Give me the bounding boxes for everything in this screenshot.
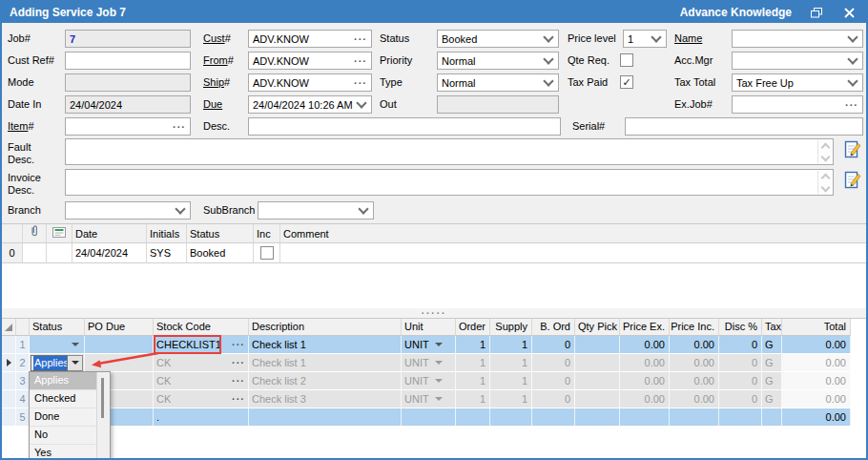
price-inc-cell[interactable]: 0.00 xyxy=(670,336,719,354)
chevron-down-icon[interactable] xyxy=(847,53,858,64)
cust-lookup-button[interactable]: ··· xyxy=(350,33,367,45)
dropdown-option-checked[interactable]: Checked xyxy=(30,390,97,408)
name-combo[interactable] xyxy=(732,30,863,48)
status-cell[interactable] xyxy=(30,336,85,354)
price-inc-cell[interactable]: 0.00 xyxy=(670,354,719,372)
price-ex-cell[interactable]: 0.00 xyxy=(620,354,670,372)
date-cell[interactable]: 24/04/2024 xyxy=(72,243,147,263)
description-cell[interactable] xyxy=(249,408,402,427)
price-inc-cell[interactable]: 0.00 xyxy=(670,390,719,408)
column-header-date[interactable]: Date xyxy=(72,224,147,243)
price-ex-cell[interactable]: 0.00 xyxy=(620,372,670,390)
b-ord-cell[interactable]: 0 xyxy=(532,336,575,354)
order-cell[interactable]: 1 xyxy=(456,372,490,390)
b-ord-cell[interactable]: 0 xyxy=(532,354,575,372)
column-header-price-inc[interactable]: Price Inc. xyxy=(670,319,719,336)
chevron-down-icon[interactable] xyxy=(543,31,553,42)
from-lookup-button[interactable]: ··· xyxy=(350,55,367,67)
date-in-field[interactable]: 24/04/2024 xyxy=(65,95,191,114)
scrollbar-thumb[interactable] xyxy=(101,378,104,418)
total-cell[interactable]: 0.00 xyxy=(782,336,851,354)
unit-cell[interactable] xyxy=(402,408,456,427)
dropdown-arrow-icon[interactable] xyxy=(435,379,443,383)
status-cell-editing[interactable]: Applies xyxy=(30,354,85,372)
order-cell[interactable]: 1 xyxy=(456,354,490,372)
column-header-b-ord[interactable]: B. Ord xyxy=(532,319,575,336)
price-inc-cell[interactable]: 0.00 xyxy=(670,372,719,390)
invoice-desc-edit-note-icon[interactable] xyxy=(844,171,861,192)
type-combo[interactable]: Normal xyxy=(437,73,559,92)
total-cell[interactable]: 0.00 xyxy=(782,390,851,408)
scroll-up-icon[interactable] xyxy=(820,173,830,182)
column-header-order[interactable]: Order xyxy=(456,319,490,336)
b-ord-cell[interactable] xyxy=(532,408,575,427)
chevron-down-icon[interactable] xyxy=(543,53,553,64)
disc-cell[interactable]: 0 xyxy=(719,354,762,372)
chevron-down-icon[interactable] xyxy=(847,31,858,42)
chevron-down-icon[interactable] xyxy=(651,31,661,42)
order-cell[interactable]: 1 xyxy=(456,336,490,354)
status-combo[interactable]: Booked xyxy=(437,30,559,48)
invoice-desc-textarea[interactable] xyxy=(65,169,834,196)
supply-cell[interactable]: 1 xyxy=(490,390,532,408)
attachment-column-header[interactable] xyxy=(23,224,47,243)
po-due-cell[interactable] xyxy=(85,336,154,354)
qty-pick-cell[interactable] xyxy=(575,336,620,354)
dropdown-option-done[interactable]: Done xyxy=(30,408,97,427)
acc-mgr-combo[interactable] xyxy=(732,52,863,70)
cust-ref-field[interactable] xyxy=(65,52,191,70)
stock-lookup-button[interactable]: ··· xyxy=(228,372,245,389)
total-cell[interactable]: 0.00 xyxy=(782,408,851,427)
price-ex-cell[interactable]: 0.00 xyxy=(620,336,670,354)
splitter-handle[interactable]: ····· xyxy=(2,308,866,318)
stock-code-cell[interactable]: CK··· xyxy=(154,372,249,390)
items-row-1[interactable]: 1 CHECKLIST1··· Check list 1 UNIT 1 1 0 … xyxy=(2,336,851,354)
b-ord-cell[interactable]: 0 xyxy=(532,390,575,408)
tax-cell[interactable] xyxy=(762,408,782,427)
dropdown-option-no[interactable]: No xyxy=(30,427,97,445)
attachment-cell[interactable] xyxy=(23,243,47,263)
status-cell[interactable]: Booked xyxy=(187,243,254,263)
chevron-down-icon[interactable] xyxy=(543,75,553,86)
tax-cell[interactable]: G xyxy=(762,336,782,354)
total-cell[interactable]: 0.00 xyxy=(782,354,851,372)
column-header-supply[interactable]: Supply xyxy=(490,319,532,336)
items-row-2[interactable]: 2 Applies CK··· Check list 1 UNIT 1 1 0 … xyxy=(2,354,851,372)
description-cell[interactable]: Check list 3 xyxy=(249,390,402,408)
order-cell[interactable] xyxy=(456,408,490,427)
column-header-comment[interactable]: Comment xyxy=(280,224,866,243)
items-row-5[interactable]: 5 . 0.00 xyxy=(2,408,851,427)
restore-window-icon[interactable] xyxy=(809,5,824,20)
column-header-total[interactable]: Total xyxy=(782,319,851,336)
comment-cell[interactable] xyxy=(280,243,866,263)
scroll-down-icon[interactable] xyxy=(820,152,830,161)
cust-number-field[interactable]: ADV.KNOW··· xyxy=(248,30,372,48)
stock-lookup-button[interactable]: ··· xyxy=(228,354,245,371)
dropdown-option-yes[interactable]: Yes xyxy=(30,445,97,460)
branch-combo[interactable] xyxy=(65,201,191,220)
chevron-down-icon[interactable] xyxy=(847,75,858,86)
unit-cell[interactable]: UNIT xyxy=(402,372,456,390)
items-row-4[interactable]: 4 CK··· Check list 3 UNIT 1 1 0 0.00 0.0… xyxy=(2,390,851,408)
close-icon[interactable] xyxy=(841,5,857,20)
disc-cell[interactable]: 0 xyxy=(719,336,762,354)
column-header-price-ex[interactable]: Price Ex. xyxy=(620,319,670,336)
history-row[interactable]: 0 24/04/2024 SYS Booked xyxy=(2,243,866,263)
tax-cell[interactable]: G xyxy=(762,354,782,372)
subbranch-combo[interactable] xyxy=(258,201,374,220)
inc-checkbox[interactable] xyxy=(260,246,274,260)
price-level-combo[interactable]: 1 xyxy=(623,30,667,48)
stock-lookup-button[interactable]: ··· xyxy=(228,390,245,408)
initials-cell[interactable]: SYS xyxy=(147,243,187,263)
order-cell[interactable]: 1 xyxy=(456,390,490,408)
tax-cell[interactable]: G xyxy=(762,390,782,408)
serial-field[interactable] xyxy=(625,117,863,136)
column-header-description[interactable]: Description xyxy=(249,319,402,336)
ship-lookup-button[interactable]: ··· xyxy=(350,77,367,89)
ex-job-lookup-button[interactable]: ··· xyxy=(841,99,858,111)
dropdown-scrollbar[interactable] xyxy=(96,372,110,459)
grid-corner-cell[interactable] xyxy=(2,319,16,336)
price-ex-cell[interactable] xyxy=(620,408,670,427)
supply-cell[interactable]: 1 xyxy=(490,336,532,354)
ex-job-field[interactable]: ··· xyxy=(732,95,863,114)
